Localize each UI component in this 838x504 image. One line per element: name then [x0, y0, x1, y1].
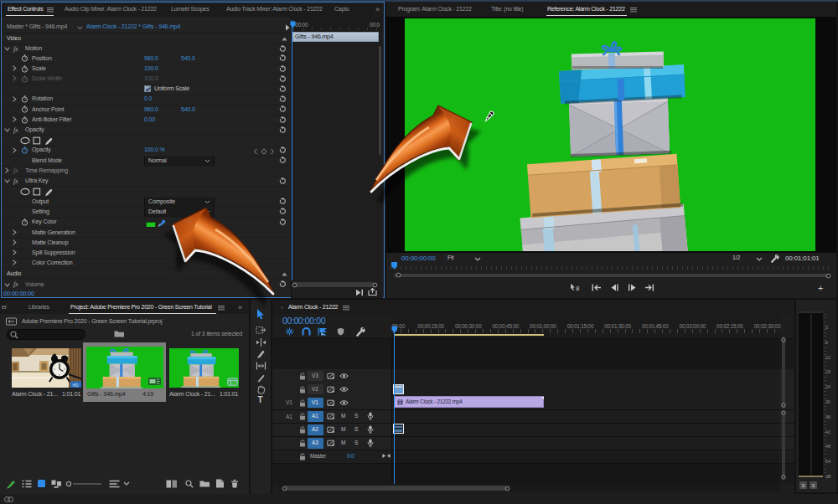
svg-text:HD: HD: [73, 383, 80, 388]
svg-text:8: 8: [576, 285, 580, 292]
